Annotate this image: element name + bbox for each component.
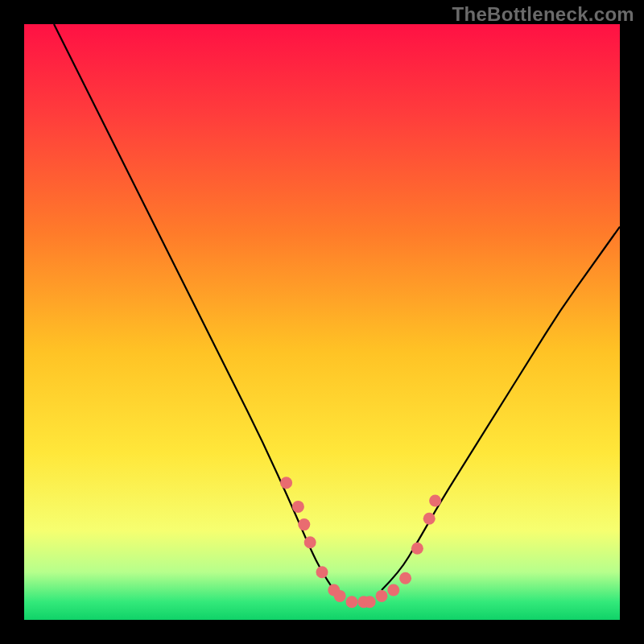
- plot-background: [24, 24, 620, 620]
- trough-dot: [376, 590, 388, 602]
- trough-dot: [423, 513, 436, 525]
- trough-dot: [364, 596, 376, 608]
- trough-dot: [334, 590, 346, 602]
- trough-dot: [304, 536, 316, 548]
- trough-dot: [316, 566, 328, 578]
- trough-dot: [429, 495, 441, 507]
- trough-dot: [399, 572, 411, 584]
- trough-dot: [346, 596, 358, 608]
- trough-dot: [298, 518, 310, 530]
- trough-dot: [387, 584, 399, 597]
- trough-dot: [411, 543, 423, 555]
- trough-dot: [292, 501, 304, 513]
- chart-frame: TheBottleneck.com: [0, 0, 644, 644]
- trough-dot: [280, 477, 292, 489]
- bottleneck-chart: [0, 0, 644, 644]
- watermark-text: TheBottleneck.com: [452, 3, 634, 26]
